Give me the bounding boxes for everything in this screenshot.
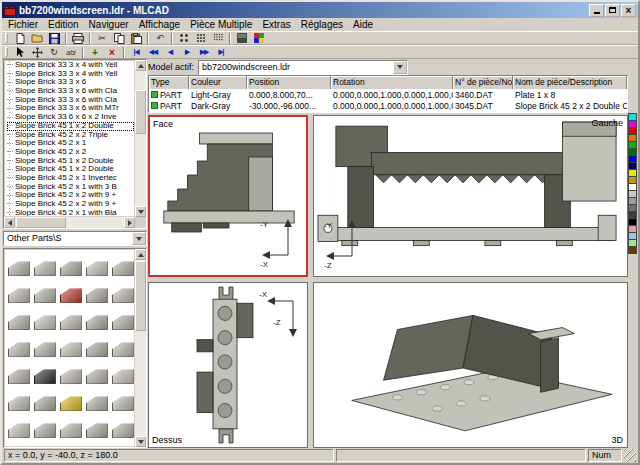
tree-item[interactable]: Slope Brick 45 2 x 1 with 3 B bbox=[7, 183, 134, 192]
part-thumbnail[interactable] bbox=[85, 360, 109, 384]
scroll-thumb[interactable] bbox=[16, 217, 66, 228]
part-thumbnail[interactable] bbox=[33, 279, 57, 303]
part-thumbnail[interactable] bbox=[111, 414, 134, 438]
nav-fast-next-button[interactable]: ▶▶ bbox=[196, 46, 212, 58]
scroll-thumb[interactable] bbox=[135, 261, 146, 331]
part-thumbnail[interactable] bbox=[33, 360, 57, 384]
grid-fine-button[interactable] bbox=[210, 32, 226, 44]
menu-reglages[interactable]: Réglages bbox=[296, 19, 348, 30]
cut-button[interactable]: ✂ bbox=[94, 32, 110, 44]
part-thumbnail[interactable] bbox=[7, 387, 31, 411]
tree-item[interactable]: Slope Brick 45 1 x 2 Double bbox=[7, 165, 134, 174]
close-button[interactable]: × bbox=[621, 4, 636, 17]
part-thumbnail[interactable] bbox=[111, 279, 134, 303]
part-thumbnail[interactable] bbox=[7, 414, 31, 438]
tree-item[interactable]: Slope Brick 33 3 x 4 with Yell bbox=[7, 61, 134, 70]
menu-affichage[interactable]: Affichage bbox=[134, 19, 186, 30]
tree-item-selected[interactable]: Slope Brick 45 1 x 2 Double bbox=[7, 122, 134, 131]
part-thumbnail[interactable] bbox=[85, 333, 109, 357]
part-thumbnail[interactable] bbox=[7, 306, 31, 330]
nav-next-button[interactable]: ▶ bbox=[179, 46, 195, 58]
tree-item[interactable]: Slope Brick 33 3 x 6 with Cla bbox=[7, 87, 134, 96]
toolbar-grip[interactable] bbox=[5, 33, 8, 43]
menu-naviguer[interactable]: Naviguer bbox=[84, 19, 134, 30]
table-row[interactable]: PART Dark-Gray -30.000,-96.000... 0.000,… bbox=[149, 100, 627, 111]
tree-item[interactable]: Slope Brick 33 3 x 6 bbox=[7, 78, 134, 87]
tree-item[interactable]: Slope Brick 45 1 x 2 Double bbox=[7, 157, 134, 166]
menu-fichier[interactable]: Fichier bbox=[3, 19, 43, 30]
part-thumbnail[interactable] bbox=[33, 333, 57, 357]
new-file-button[interactable] bbox=[12, 32, 28, 44]
tree-horizontal-scrollbar[interactable] bbox=[4, 217, 135, 228]
nav-fast-prev-button[interactable]: ◀◀ bbox=[145, 46, 161, 58]
tree-item[interactable]: Slope Brick 33 3 x 6 with MTr bbox=[7, 104, 134, 113]
menu-edition[interactable]: Edition bbox=[43, 19, 84, 30]
rotate-button[interactable]: ↻ bbox=[46, 46, 62, 58]
color-swatch[interactable] bbox=[628, 246, 637, 254]
tree-item[interactable]: Slope Brick 45 2 x 1 Invertec bbox=[7, 174, 134, 183]
scroll-thumb[interactable] bbox=[135, 90, 146, 134]
scroll-down-button[interactable] bbox=[135, 436, 146, 447]
part-thumbnail[interactable] bbox=[85, 279, 109, 303]
tree-item[interactable]: Slope Brick 45 2 x 1 bbox=[7, 139, 134, 148]
part-thumbnail[interactable] bbox=[33, 387, 57, 411]
part-thumbnail[interactable] bbox=[59, 333, 83, 357]
menu-aide[interactable]: Aide bbox=[348, 19, 378, 30]
nav-prev-button[interactable]: ◀ bbox=[162, 46, 178, 58]
column-description[interactable]: Nom de pièce/Description bbox=[513, 76, 627, 89]
viewport-3d[interactable]: 3D bbox=[313, 282, 628, 448]
parts-group-combobox[interactable]: Other Parts\S bbox=[3, 231, 147, 246]
grid-coarse-button[interactable] bbox=[176, 32, 192, 44]
add-part-button[interactable]: + bbox=[87, 46, 103, 58]
column-piece-number[interactable]: N° de pièce/No... bbox=[453, 76, 513, 89]
delete-part-button[interactable]: × bbox=[104, 46, 120, 58]
part-thumbnail[interactable] bbox=[7, 360, 31, 384]
part-thumbnail[interactable] bbox=[111, 360, 134, 384]
column-couleur[interactable]: Couleur bbox=[189, 76, 247, 89]
undo-button[interactable]: ↶ bbox=[152, 32, 168, 44]
save-button[interactable] bbox=[46, 32, 62, 44]
tree-item[interactable]: Slope Brick 33 3 x 6 with Cla bbox=[7, 96, 134, 105]
toolbar-grip[interactable] bbox=[5, 47, 8, 57]
part-thumbnail[interactable] bbox=[7, 252, 31, 276]
nav-last-button[interactable]: ▶| bbox=[213, 46, 229, 58]
dropdown-button[interactable] bbox=[132, 232, 146, 245]
part-thumbnail[interactable] bbox=[111, 387, 134, 411]
preview-vertical-scrollbar[interactable] bbox=[135, 249, 146, 447]
part-thumbnail[interactable] bbox=[33, 252, 57, 276]
column-rotation[interactable]: Rotation bbox=[331, 76, 453, 89]
tree-item[interactable]: Slope Brick 45 2 x 2 with 9 + bbox=[7, 191, 134, 200]
tree-item[interactable]: Slope Brick 45 2 x 2 with 9 + bbox=[7, 200, 134, 209]
part-thumbnail[interactable] bbox=[111, 252, 134, 276]
active-model-combobox[interactable]: bb7200windscreen.ldr bbox=[198, 60, 408, 75]
open-file-button[interactable] bbox=[29, 32, 45, 44]
column-type[interactable]: Type bbox=[149, 76, 189, 89]
part-thumbnail[interactable] bbox=[33, 414, 57, 438]
paste-button[interactable] bbox=[128, 32, 144, 44]
part-thumbnail[interactable] bbox=[111, 306, 134, 330]
part-thumbnail[interactable] bbox=[7, 333, 31, 357]
tree-item[interactable]: Slope Brick 33 6 x 6 x 2 Inve bbox=[7, 113, 134, 122]
maximize-button[interactable] bbox=[605, 4, 620, 17]
part-thumbnail[interactable] bbox=[59, 387, 83, 411]
move-button[interactable] bbox=[29, 46, 45, 58]
tree-vertical-scrollbar[interactable] bbox=[135, 60, 146, 217]
grid-medium-button[interactable] bbox=[193, 32, 209, 44]
scroll-left-button[interactable] bbox=[4, 217, 15, 228]
render-mode-button[interactable] bbox=[234, 32, 250, 44]
scroll-up-button[interactable] bbox=[135, 249, 146, 260]
tree-item[interactable]: Slope Brick 45 2 x 2 Triple bbox=[7, 131, 134, 140]
part-thumbnail[interactable] bbox=[85, 414, 109, 438]
scroll-down-button[interactable] bbox=[135, 206, 146, 217]
menu-piece-multiple[interactable]: Pièce Multiple bbox=[185, 19, 257, 30]
copy-button[interactable] bbox=[111, 32, 127, 44]
scroll-up-button[interactable] bbox=[135, 60, 146, 71]
dropdown-button[interactable] bbox=[393, 61, 407, 74]
scroll-right-button[interactable] bbox=[124, 217, 135, 228]
part-thumbnail[interactable] bbox=[59, 306, 83, 330]
minimize-button[interactable] bbox=[589, 4, 604, 17]
part-thumbnail[interactable] bbox=[7, 279, 31, 303]
part-thumbnail[interactable] bbox=[85, 306, 109, 330]
print-button[interactable] bbox=[70, 32, 86, 44]
color-palette-button[interactable] bbox=[251, 32, 267, 44]
